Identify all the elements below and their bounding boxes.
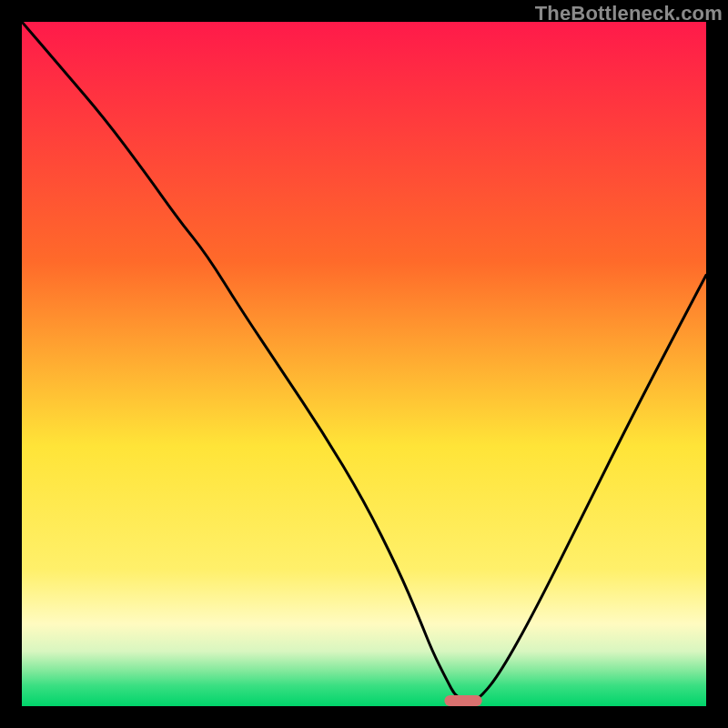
watermark-text: TheBottleneck.com (535, 2, 723, 25)
bottleneck-chart (22, 22, 706, 706)
chart-frame (22, 22, 706, 706)
optimal-marker (444, 695, 481, 706)
gradient-background (22, 22, 706, 706)
